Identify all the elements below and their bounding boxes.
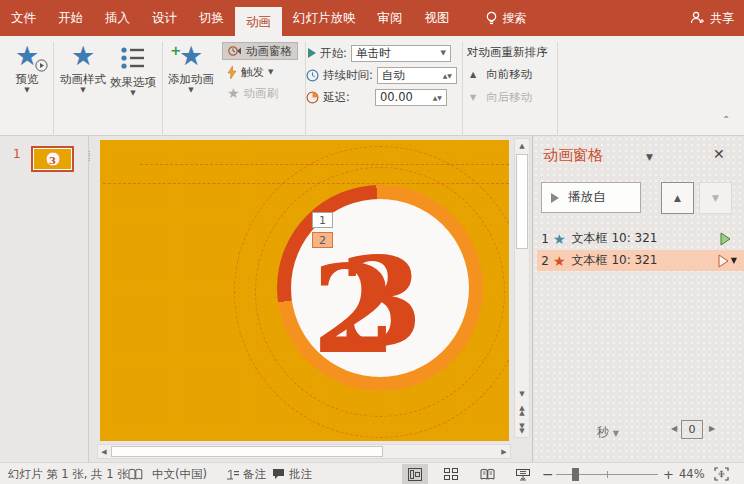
scroll-left-icon[interactable]: ◀ — [98, 445, 110, 458]
animation-pane-button[interactable]: 动画窗格 — [222, 42, 298, 60]
tab-review[interactable]: 审阅 — [367, 0, 414, 36]
start-row: 开始: 单击时 ▼ — [308, 44, 451, 62]
start-dropdown[interactable]: 单击时 ▼ — [351, 45, 451, 62]
zoom-slider-handle[interactable] — [572, 468, 579, 481]
zoom-in-button[interactable]: + — [663, 463, 674, 484]
timeline-play-outline-icon[interactable] — [718, 254, 729, 268]
timeline-play-icon[interactable] — [720, 232, 731, 246]
countdown-digit-front[interactable]: 2 — [312, 248, 397, 370]
pane-menu-caret-icon[interactable]: ▼ — [646, 152, 653, 162]
move-later-button[interactable]: ▼ 向后移动 — [470, 88, 532, 106]
animation-painter-button[interactable]: ★ 动画刷 — [222, 84, 283, 102]
tell-me-search[interactable]: 搜索 — [475, 0, 537, 36]
preview-button[interactable]: ★ 预览 ▼ — [2, 42, 52, 142]
add-animation-star-icon: ★＋ — [166, 42, 216, 70]
horizontal-scroll-thumb[interactable] — [111, 446, 383, 457]
animation-pane-title: 动画窗格 — [543, 146, 603, 165]
notes-button[interactable]: 备注 — [226, 463, 266, 484]
normal-view-button[interactable] — [402, 464, 428, 484]
move-earlier-button[interactable]: ▲ 向前移动 — [470, 65, 532, 83]
pane-close-icon[interactable]: ✕ — [713, 146, 725, 162]
ribbon-tab-bar: 文件 开始 插入 设计 切换 动画 幻灯片放映 审阅 视图 搜索 共享 — [0, 0, 744, 36]
down-triangle-icon: ▼ — [712, 193, 719, 203]
timeline-zoom-in-icon[interactable]: ▶ — [709, 424, 715, 433]
delay-spinner[interactable]: 00.00 ▲▼ — [375, 89, 447, 106]
zoom-out-button[interactable]: − — [542, 463, 554, 484]
play-from-button[interactable]: 播放自 — [541, 182, 641, 213]
tab-animations[interactable]: 动画 — [235, 7, 282, 36]
down-triangle-icon: ▼ — [470, 93, 476, 102]
horizontal-scrollbar[interactable]: ◀ ▶ — [97, 444, 511, 459]
effect-options-icon — [120, 46, 146, 70]
spinner-arrows-icon[interactable]: ▲▼ — [443, 73, 452, 78]
scroll-right-icon[interactable]: ▶ — [498, 445, 510, 458]
comments-button[interactable]: 批注 — [272, 463, 312, 484]
plus-icon: ＋ — [168, 36, 183, 64]
previous-slide-button[interactable]: ▲▲ — [515, 403, 529, 419]
animation-order-badge-2[interactable]: 2 — [312, 232, 333, 248]
slide-canvas[interactable]: 3 2 1 2 — [100, 140, 509, 441]
dropdown-caret-icon: ▼ — [613, 429, 619, 438]
item-dropdown-caret-icon[interactable]: ▼ — [731, 256, 737, 265]
delay-row: 延迟: 00.00 ▲▼ — [306, 88, 447, 106]
person-add-icon — [689, 10, 705, 26]
animation-item-1[interactable]: 1 ★ 文本框 10: 321 — [537, 228, 744, 249]
pane-move-down-button[interactable]: ▼ — [699, 182, 732, 214]
tab-file[interactable]: 文件 — [0, 0, 47, 36]
dropdown-caret-icon: ▼ — [166, 87, 216, 93]
search-label: 搜索 — [503, 10, 527, 27]
zoom-percentage[interactable]: 44% — [679, 463, 705, 484]
thumbnail-preview: 3 — [34, 149, 71, 169]
dropdown-caret-icon: ▼ — [268, 69, 273, 75]
animation-item-2-selected[interactable]: 2 ★ 文本框 10: 321 ▼ — [537, 250, 744, 271]
slide-sorter-view-button[interactable] — [438, 464, 464, 484]
tab-insert[interactable]: 插入 — [94, 0, 141, 36]
timeline-zoom-value: 0 — [681, 420, 703, 439]
lightning-icon — [227, 66, 237, 79]
slide-thumbnail-panel: 1 3 — [0, 136, 89, 462]
fit-to-window-button[interactable] — [714, 463, 729, 484]
pane-move-up-button[interactable]: ▲ — [661, 182, 694, 214]
slideshow-view-button[interactable] — [510, 464, 536, 484]
play-icon — [551, 193, 559, 203]
entrance-star-icon: ★ — [553, 231, 566, 247]
reading-view-button[interactable] — [474, 464, 500, 484]
tab-slideshow[interactable]: 幻灯片放映 — [282, 0, 367, 36]
vertical-scrollbar[interactable]: ▲ ▼ ▲▲ ▼▼ — [514, 138, 530, 438]
up-triangle-icon: ▲ — [674, 193, 681, 203]
slide-counter[interactable]: 幻灯片 第 1 张, 共 1 张 — [8, 463, 129, 484]
delay-clock-icon — [306, 91, 319, 104]
tab-view[interactable]: 视图 — [414, 0, 461, 36]
share-label: 共享 — [710, 10, 734, 27]
seconds-label[interactable]: 秒 ▼ — [597, 424, 619, 441]
tab-design[interactable]: 设计 — [141, 0, 188, 36]
animation-painter-icon: ★ — [227, 86, 240, 100]
effect-options-button[interactable]: 效果选项 ▼ — [108, 42, 158, 142]
vertical-scroll-thumb[interactable] — [516, 154, 528, 249]
spellcheck-icon[interactable] — [128, 463, 143, 484]
next-slide-button[interactable]: ▼▼ — [515, 421, 529, 437]
tab-transitions[interactable]: 切换 — [188, 0, 235, 36]
trigger-button[interactable]: 触发 ▼ — [222, 63, 278, 81]
duration-clock-icon — [306, 69, 319, 82]
notes-icon — [226, 469, 239, 480]
tab-home[interactable]: 开始 — [47, 0, 94, 36]
share-button[interactable]: 共享 — [689, 0, 734, 36]
scroll-up-icon[interactable]: ▲ — [515, 139, 529, 152]
slide-editor-area: 3 2 1 2 ▲ ▼ ▲▲ ▼▼ ◀ ▶ — [90, 136, 532, 462]
collapse-ribbon-icon[interactable]: ⌃ — [722, 114, 730, 125]
animation-styles-button[interactable]: ★ 动画样式 ▼ — [58, 42, 108, 142]
duration-spinner[interactable]: 自动 ▲▼ — [377, 67, 457, 84]
emphasis-star-icon: ★ — [553, 253, 566, 269]
slide-thumbnail[interactable]: 3 — [31, 146, 74, 172]
powerpoint-window: 文件 开始 插入 设计 切换 动画 幻灯片放映 审阅 视图 搜索 共享 ★ 预览… — [0, 0, 744, 484]
add-animation-button[interactable]: ★＋ 添加动画 ▼ — [166, 42, 216, 142]
language-indicator[interactable]: 中文(中国) — [152, 463, 207, 484]
thumbnail-circle: 3 — [45, 152, 60, 167]
scroll-down-icon[interactable]: ▼ — [515, 387, 529, 400]
timeline-zoom-out-icon[interactable]: ◀ — [671, 424, 677, 433]
spinner-arrows-icon[interactable]: ▲▼ — [433, 95, 442, 100]
preview-star-icon: ★ — [2, 42, 52, 70]
animation-star-icon: ★ — [58, 42, 108, 70]
animation-order-badge-1[interactable]: 1 — [312, 212, 333, 228]
